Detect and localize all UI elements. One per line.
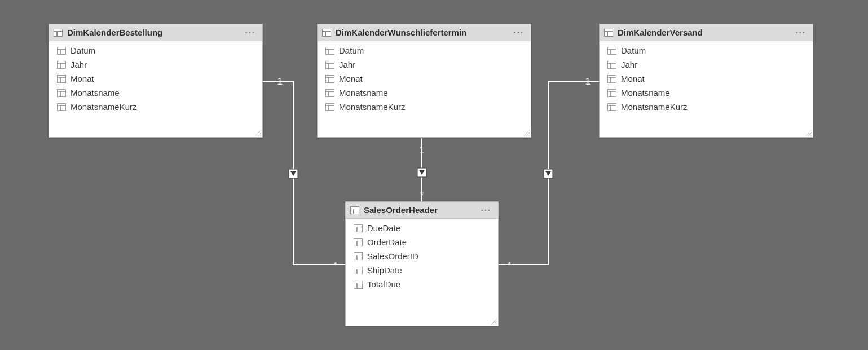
field-label: Monat <box>621 74 645 83</box>
field-icon <box>607 103 616 111</box>
field-icon <box>325 47 334 55</box>
table-icon <box>604 29 613 37</box>
field-label: Monatsname <box>621 88 670 98</box>
field-label: MonatsnameKurz <box>621 102 688 112</box>
table-icon <box>350 206 359 214</box>
field-icon <box>354 238 363 246</box>
cardinality-one: 1 <box>277 76 283 87</box>
field-row[interactable]: Datum <box>600 43 813 57</box>
field-row[interactable]: OrderDate <box>346 235 498 249</box>
svg-marker-5 <box>545 171 551 176</box>
cardinality-many: * <box>420 190 424 201</box>
field-label: Jahr <box>71 60 87 69</box>
table-header[interactable]: SalesOrderHeader ··· <box>346 202 498 219</box>
field-label: Datum <box>71 46 95 55</box>
field-row[interactable]: DueDate <box>346 221 498 235</box>
field-icon <box>354 224 363 232</box>
field-icon <box>354 267 363 274</box>
field-icon <box>607 75 616 83</box>
field-icon <box>607 47 616 55</box>
resize-grip-icon[interactable] <box>524 130 530 136</box>
table-body: Datum Jahr Monat Monatsname MonatsnameKu… <box>49 41 262 137</box>
field-label: ShipDate <box>367 265 402 275</box>
field-label: DueDate <box>367 223 400 233</box>
table-title: DimKalenderBestellung <box>67 28 240 37</box>
field-icon <box>325 103 334 111</box>
more-options-icon[interactable]: ··· <box>245 28 258 37</box>
table-title: DimKalenderVersand <box>618 28 791 37</box>
svg-rect-0 <box>289 169 298 178</box>
field-icon <box>325 61 334 69</box>
field-label: Monatsname <box>71 88 120 98</box>
field-row[interactable]: Jahr <box>600 57 813 72</box>
field-label: Jahr <box>621 60 637 69</box>
field-label: Monatsname <box>339 88 388 98</box>
field-label: SalesOrderID <box>367 251 418 261</box>
field-row[interactable]: Monatsname <box>49 86 262 100</box>
field-row[interactable]: MonatsnameKurz <box>49 100 262 114</box>
field-row[interactable]: MonatsnameKurz <box>600 100 813 114</box>
table-icon <box>54 29 63 37</box>
table-dimkalenderbestellung[interactable]: DimKalenderBestellung ··· Datum Jahr Mon… <box>49 24 263 138</box>
field-row[interactable]: ShipDate <box>346 263 498 277</box>
filter-direction-icon <box>289 169 298 178</box>
field-label: MonatsnameKurz <box>71 102 137 112</box>
field-row[interactable]: Monatsname <box>318 86 531 100</box>
svg-rect-4 <box>544 169 553 178</box>
field-label: Datum <box>621 46 646 55</box>
cardinality-many: * <box>333 260 337 271</box>
field-row[interactable]: Monat <box>318 72 531 86</box>
table-header[interactable]: DimKalenderWunschliefertermin ··· <box>318 24 531 41</box>
field-row[interactable]: Datum <box>318 43 531 57</box>
resize-grip-icon[interactable] <box>255 130 261 136</box>
field-icon <box>325 75 334 83</box>
field-icon <box>57 61 66 69</box>
field-row[interactable]: MonatsnameKurz <box>318 100 531 114</box>
table-body: DueDate OrderDate SalesOrderID ShipDate … <box>346 219 498 326</box>
field-icon <box>325 89 334 97</box>
field-icon <box>57 47 66 55</box>
table-dimkalenderwunschliefertermin[interactable]: DimKalenderWunschliefertermin ··· Datum … <box>317 24 531 138</box>
more-options-icon[interactable]: ··· <box>795 28 808 37</box>
field-icon <box>57 89 66 97</box>
field-row[interactable]: Monat <box>600 72 813 86</box>
table-header[interactable]: DimKalenderBestellung ··· <box>49 24 262 41</box>
field-icon <box>354 252 363 260</box>
cardinality-one: 1 <box>419 145 424 156</box>
field-row[interactable]: Jahr <box>318 57 531 72</box>
field-label: OrderDate <box>367 237 407 247</box>
field-icon <box>57 75 66 83</box>
table-body: Datum Jahr Monat Monatsname MonatsnameKu… <box>318 41 531 137</box>
field-label: Jahr <box>339 60 355 69</box>
more-options-icon[interactable]: ··· <box>481 205 494 215</box>
table-header[interactable]: DimKalenderVersand ··· <box>600 24 813 41</box>
field-label: Datum <box>339 46 364 55</box>
table-icon <box>322 29 331 37</box>
table-salesorderheader[interactable]: SalesOrderHeader ··· DueDate OrderDate S… <box>345 201 499 326</box>
field-label: TotalDue <box>367 280 400 289</box>
field-row[interactable]: Datum <box>49 43 262 57</box>
svg-marker-3 <box>419 170 425 175</box>
filter-direction-icon <box>544 169 553 178</box>
resize-grip-icon[interactable] <box>806 130 812 136</box>
table-title: DimKalenderWunschliefertermin <box>336 28 509 37</box>
more-options-icon[interactable]: ··· <box>513 28 526 37</box>
field-icon <box>607 61 616 69</box>
field-row[interactable]: TotalDue <box>346 277 498 291</box>
table-title: SalesOrderHeader <box>364 205 476 215</box>
resize-grip-icon[interactable] <box>491 319 497 325</box>
field-label: Monat <box>71 74 94 83</box>
svg-rect-2 <box>417 168 426 177</box>
cardinality-many: * <box>508 260 512 271</box>
field-row[interactable]: Monat <box>49 72 262 86</box>
table-body: Datum Jahr Monat Monatsname MonatsnameKu… <box>600 41 813 137</box>
filter-direction-icon <box>417 168 426 177</box>
field-label: MonatsnameKurz <box>339 102 406 112</box>
field-row[interactable]: Monatsname <box>600 86 813 100</box>
field-label: Monat <box>339 74 363 83</box>
field-row[interactable]: SalesOrderID <box>346 249 498 263</box>
field-icon <box>57 103 66 111</box>
field-row[interactable]: Jahr <box>49 57 262 72</box>
table-dimkalenderversand[interactable]: DimKalenderVersand ··· Datum Jahr Monat … <box>599 24 813 138</box>
field-icon <box>354 281 363 289</box>
